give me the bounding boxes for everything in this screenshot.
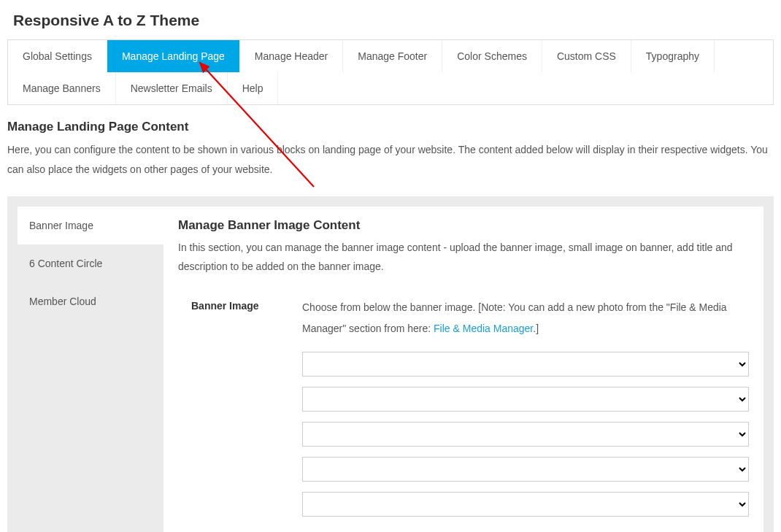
top-tab-manage-footer[interactable]: Manage Footer bbox=[343, 40, 442, 72]
section-description: Here, you can configure the content to b… bbox=[0, 137, 781, 189]
banner-image-select-4[interactable] bbox=[302, 457, 749, 482]
side-tabs: Banner Image6 Content CircleMember Cloud bbox=[18, 207, 163, 532]
banner-image-select-1[interactable] bbox=[302, 352, 749, 377]
field-content: Choose from below the banner image. [Not… bbox=[302, 297, 749, 527]
file-media-manager-link[interactable]: File & Media Manager bbox=[434, 323, 533, 334]
content-description: In this section, you can manage the bann… bbox=[178, 239, 749, 277]
top-tab-manage-header[interactable]: Manage Header bbox=[240, 40, 343, 72]
side-tab-banner-image[interactable]: Banner Image bbox=[18, 207, 163, 244]
content-pane: Manage Banner Image Content In this sect… bbox=[163, 207, 763, 532]
top-tab-manage-landing-page[interactable]: Manage Landing Page bbox=[107, 40, 240, 72]
top-tab-color-schemes[interactable]: Color Schemes bbox=[442, 40, 542, 72]
top-tabs: Global SettingsManage Landing PageManage… bbox=[7, 39, 774, 105]
top-tab-help[interactable]: Help bbox=[228, 72, 279, 104]
page-title: Responsive A to Z Theme bbox=[0, 0, 781, 39]
banner-image-select-5[interactable] bbox=[302, 492, 749, 517]
top-tab-custom-css[interactable]: Custom CSS bbox=[542, 40, 631, 72]
banner-image-select-2[interactable] bbox=[302, 387, 749, 412]
top-tab-manage-banners[interactable]: Manage Banners bbox=[8, 72, 116, 104]
note-after: .] bbox=[533, 323, 539, 334]
section-title: Manage Landing Page Content bbox=[0, 108, 781, 137]
content-container: Banner Image6 Content CircleMember Cloud… bbox=[7, 196, 774, 532]
field-note: Choose from below the banner image. [Not… bbox=[302, 297, 749, 340]
top-tab-newsletter-emails[interactable]: Newsletter Emails bbox=[116, 72, 228, 104]
side-tab-member-cloud[interactable]: Member Cloud bbox=[18, 282, 163, 320]
top-tab-typography[interactable]: Typography bbox=[631, 40, 715, 72]
banner-image-select-3[interactable] bbox=[302, 422, 749, 447]
field-label: Banner Image bbox=[178, 297, 302, 312]
side-tab-6-content-circle[interactable]: 6 Content Circle bbox=[18, 244, 163, 282]
form-row-banner-image: Banner Image Choose from below the banne… bbox=[178, 297, 749, 527]
content-title: Manage Banner Image Content bbox=[178, 218, 749, 233]
top-tab-global-settings[interactable]: Global Settings bbox=[8, 40, 107, 72]
